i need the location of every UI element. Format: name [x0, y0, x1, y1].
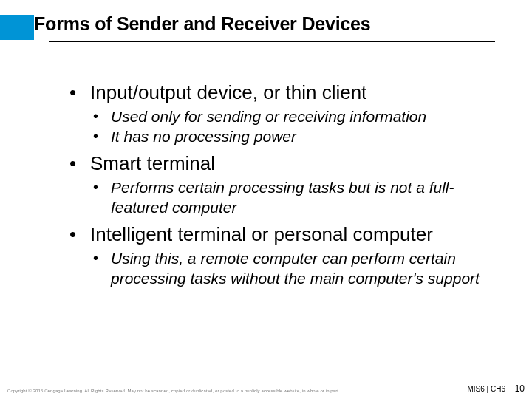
sub-item: Performs certain processing tasks but is…	[90, 177, 502, 217]
slide-title: Forms of Sender and Receiver Devices	[34, 13, 371, 35]
title-underline	[49, 41, 495, 42]
copyright-text: Copyright © 2016 Cengage Learning. All R…	[7, 389, 340, 393]
bullet-text: Intelligent terminal or personal compute…	[90, 222, 502, 247]
bullet-list: Input/output device, or thin client Used…	[66, 80, 502, 288]
list-item: Smart terminal Performs certain processi…	[66, 151, 502, 217]
list-item: Intelligent terminal or personal compute…	[66, 222, 502, 288]
slide: Forms of Sender and Receiver Devices Inp…	[0, 0, 532, 399]
page-number: 10	[515, 383, 525, 394]
footer-label: MIS6 | CH6	[468, 385, 506, 393]
sub-item: Used only for sending or receiving infor…	[90, 106, 502, 126]
sub-list: Performs certain processing tasks but is…	[90, 177, 502, 217]
sub-list: Used only for sending or receiving infor…	[90, 106, 502, 146]
sub-item: It has no processing power	[90, 126, 502, 146]
sub-item: Using this, a remote computer can perfor…	[90, 248, 502, 288]
bullet-text: Smart terminal	[90, 151, 502, 176]
list-item: Input/output device, or thin client Used…	[66, 80, 502, 146]
slide-body: Input/output device, or thin client Used…	[66, 80, 502, 293]
title-area: Forms of Sender and Receiver Devices	[0, 13, 532, 50]
bullet-text: Input/output device, or thin client	[90, 80, 502, 105]
accent-bar	[0, 15, 34, 40]
sub-list: Using this, a remote computer can perfor…	[90, 248, 502, 288]
